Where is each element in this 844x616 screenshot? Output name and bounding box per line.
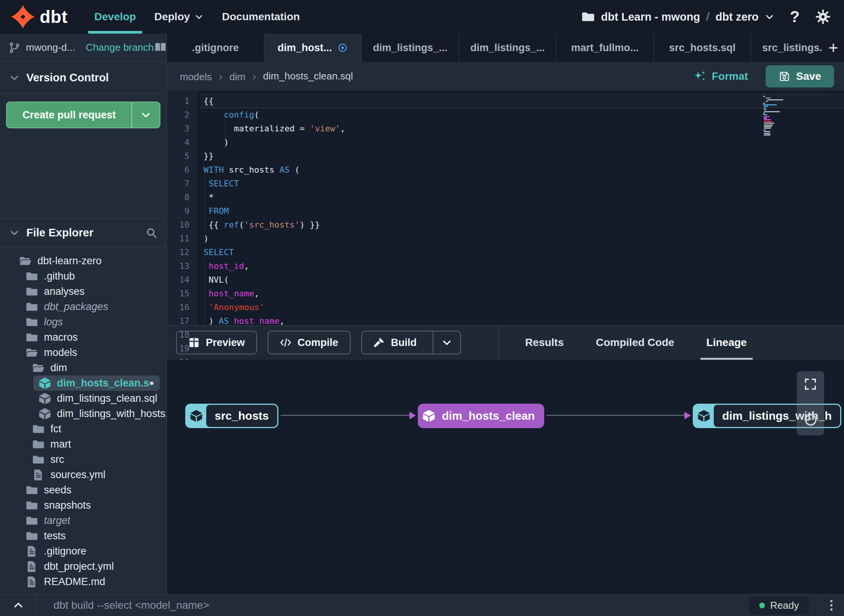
tree-item-analyses[interactable]: analyses <box>0 284 167 299</box>
code-line[interactable]: ) <box>200 232 844 246</box>
tree-item-macros[interactable]: macros <box>0 330 167 345</box>
indent-guide <box>205 287 205 301</box>
console-toggle-button[interactable] <box>0 595 37 616</box>
code-line[interactable]: {{ <box>200 94 844 108</box>
invocation-bar: PreviewCompileBuild ResultsCompiled Code… <box>167 325 844 360</box>
tree-item-inner: .github <box>26 270 167 283</box>
fullscreen-icon[interactable] <box>804 377 817 391</box>
version-control-header[interactable]: Version Control <box>0 62 167 94</box>
button-label: Create pull request <box>23 109 116 121</box>
code-line[interactable]: materialized = 'view', <box>200 122 844 136</box>
tree-item-dbt-packages[interactable]: dbt_packages <box>0 299 167 314</box>
change-branch-link[interactable]: Change branch <box>86 42 154 53</box>
nav-develop[interactable]: Develop <box>87 0 143 34</box>
main-area: Version Control Create pull request File… <box>0 62 844 594</box>
code-line[interactable]: FROM <box>200 204 844 218</box>
code-line[interactable]: ) AS host_name, <box>200 314 844 325</box>
result-panel-tabs: ResultsCompiled CodeLineage <box>509 326 763 360</box>
code-line[interactable]: config( <box>200 108 844 122</box>
code-line[interactable]: host_name, <box>200 287 844 301</box>
code-line[interactable]: * <box>200 191 844 204</box>
code-editor[interactable]: 123456789101112131415161718192021222324 … <box>167 91 844 325</box>
build-button[interactable]: Build <box>361 331 461 354</box>
indent-guide <box>205 273 205 287</box>
tree-item-src[interactable]: src <box>0 452 167 467</box>
book-icon[interactable] <box>154 41 167 55</box>
tree-item-label: dbt-learn-zero <box>37 255 102 267</box>
tab-mart-fullmo[interactable]: mart_fullmo... <box>556 34 654 62</box>
code-line[interactable]: host_id, <box>200 259 844 273</box>
help-button[interactable]: ? <box>790 8 800 26</box>
new-tab-button[interactable]: + <box>823 34 844 62</box>
tree-item-dim-listings-with-hosts[interactable]: dim_listings_with_hosts... <box>0 406 167 421</box>
tree-item-gitignore[interactable]: .gitignore <box>0 543 167 559</box>
tree-item-mart[interactable]: mart <box>0 437 167 452</box>
command-input[interactable]: dbt build --select <model_name> <box>53 599 749 611</box>
code-line[interactable]: NVL( <box>200 273 844 287</box>
code-line[interactable]: WITH src_hosts AS ( <box>200 163 844 177</box>
save-button[interactable]: Save <box>766 65 834 87</box>
tree-item-logs[interactable]: logs <box>0 314 167 330</box>
tree-item-inner: src <box>32 453 167 466</box>
tree-item-label: snapshots <box>44 500 91 511</box>
dbt-home-link[interactable]: dbt <box>11 0 68 34</box>
tree-item-inner: snapshots <box>26 499 167 512</box>
tab-gitignore[interactable]: .gitignore <box>167 34 264 62</box>
button-label: Build <box>391 337 417 349</box>
tree-item-dbt-project-yml[interactable]: dbt_project.yml <box>0 559 167 574</box>
tree-item-dim-hosts-clean-sql[interactable]: dim_hosts_clean.sql <box>0 375 167 391</box>
tab-src-hosts-sql[interactable]: src_hosts.sql <box>654 34 751 62</box>
code-line[interactable]: SELECT <box>200 246 844 259</box>
panel-tab-results[interactable]: Results <box>509 326 580 360</box>
folder-icon <box>26 514 38 527</box>
settings-gear-icon[interactable] <box>815 9 831 25</box>
compile-button[interactable]: Compile <box>268 331 351 354</box>
file-icon <box>26 560 38 573</box>
tree-item-snapshots[interactable]: snapshots <box>0 498 167 513</box>
nav-documentation[interactable]: Documentation <box>215 0 307 34</box>
tree-item-sources-yml[interactable]: sources.yml <box>0 467 167 482</box>
tree-item-label: dbt_packages <box>44 301 108 313</box>
minimap-line <box>764 108 766 109</box>
code-line[interactable]: ) <box>200 136 844 149</box>
nav-deploy[interactable]: Deploy <box>147 0 210 34</box>
build-options-button[interactable] <box>433 331 460 354</box>
tree-item-dim[interactable]: dim <box>0 360 167 375</box>
tab-dim-listings[interactable]: dim_listings_... <box>362 34 459 62</box>
tree-item-dbt-learn-zero[interactable]: dbt-learn-zero <box>0 253 167 268</box>
tab-dim-listings[interactable]: dim_listings_... <box>459 34 556 62</box>
tab-dim-host[interactable]: dim_host... <box>264 34 362 62</box>
create-pull-request-action[interactable]: Create pull request <box>7 102 131 128</box>
panel-tab-compiled-code[interactable]: Compiled Code <box>580 326 690 360</box>
pull-request-options-button[interactable] <box>131 102 160 128</box>
lineage-node-src-hosts[interactable]: src_hosts <box>185 404 278 428</box>
tree-item-dim-listings-clean-sql[interactable]: dim_listings_clean.sql <box>0 391 167 406</box>
lineage-node-dim-hosts-clean[interactable]: dim_hosts_clean <box>418 404 544 428</box>
tree-item-seeds[interactable]: seeds <box>0 482 167 498</box>
tree-item-inner: dbt-learn-zero <box>19 255 167 267</box>
kebab-menu[interactable] <box>830 600 833 611</box>
code-line[interactable]: SELECT <box>200 177 844 191</box>
minimap-line <box>764 126 772 127</box>
format-button[interactable]: Format <box>694 70 748 83</box>
project-picker[interactable]: dbt Learn - mwong / dbt zero <box>581 10 775 24</box>
search-icon[interactable] <box>146 227 157 239</box>
code-line[interactable]: {{ ref('src_hosts') }} <box>200 218 844 232</box>
code-line[interactable]: }} <box>200 149 844 163</box>
lineage-controls <box>797 371 824 435</box>
panel-tab-lineage[interactable]: Lineage <box>690 326 763 360</box>
nav-label: Deploy <box>154 11 190 23</box>
tree-item-inner: dim_listings_with_hosts... <box>39 407 167 420</box>
tree-item-readme-md[interactable]: README.md <box>0 574 167 589</box>
line-number: 9 <box>167 204 196 218</box>
tree-item-target[interactable]: target <box>0 513 167 528</box>
tree-item-github[interactable]: .github <box>0 268 167 284</box>
tree-item-tests[interactable]: tests <box>0 528 167 543</box>
file-icon <box>26 576 38 588</box>
folder-icon <box>581 10 595 24</box>
tree-item-fct[interactable]: fct <box>0 421 167 437</box>
tree-item-models[interactable]: models <box>0 345 167 360</box>
refresh-icon[interactable] <box>802 413 818 429</box>
file-explorer-header[interactable]: File Explorer <box>0 218 167 247</box>
code-line[interactable]: 'Anonymous' <box>200 301 844 314</box>
